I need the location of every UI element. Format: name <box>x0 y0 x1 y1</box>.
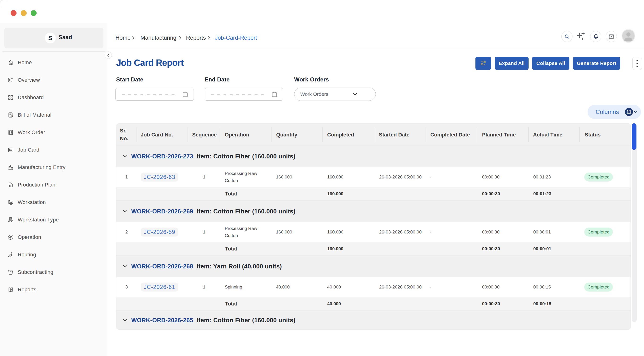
svg-text:$: $ <box>11 288 12 290</box>
svg-text:$: $ <box>11 115 12 117</box>
